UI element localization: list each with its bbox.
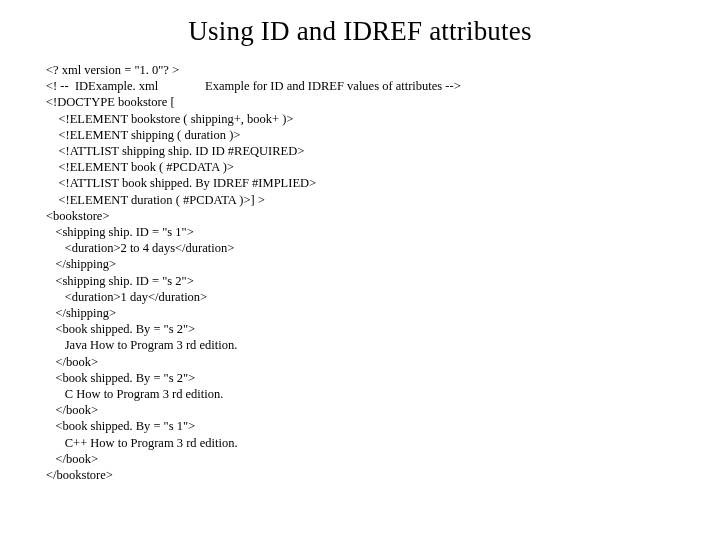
code-line: </bookstore> <box>46 467 461 483</box>
code-line: </book> <box>46 354 461 370</box>
code-line: <book shipped. By = "s 1"> <box>46 418 461 434</box>
code-line: <book shipped. By = "s 2"> <box>46 321 461 337</box>
code-line: </shipping> <box>46 305 461 321</box>
code-line: </book> <box>46 402 461 418</box>
code-line: <shipping ship. ID = "s 2"> <box>46 273 461 289</box>
code-line: <book shipped. By = "s 2"> <box>46 370 461 386</box>
slide-title: Using ID and IDREF attributes <box>0 16 720 47</box>
code-line: <!ATTLIST book shipped. By IDREF #IMPLIE… <box>46 175 461 191</box>
slide: Using ID and IDREF attributes <? xml ver… <box>0 0 720 540</box>
code-line: C++ How to Program 3 rd edition. <box>46 435 461 451</box>
code-line: <!ELEMENT book ( #PCDATA )> <box>46 159 461 175</box>
code-line: <duration>2 to 4 days</duration> <box>46 240 461 256</box>
code-line: C How to Program 3 rd edition. <box>46 386 461 402</box>
code-line: <!DOCTYPE bookstore [ <box>46 94 461 110</box>
code-line: </shipping> <box>46 256 461 272</box>
code-block: <? xml version = "1. 0"? ><! -- IDExampl… <box>46 62 461 483</box>
code-line: <!ELEMENT duration ( #PCDATA )>] > <box>46 192 461 208</box>
code-line: <!ELEMENT shipping ( duration )> <box>46 127 461 143</box>
code-line: <duration>1 day</duration> <box>46 289 461 305</box>
code-line: <!ATTLIST shipping ship. ID ID #REQUIRED… <box>46 143 461 159</box>
code-line: Java How to Program 3 rd edition. <box>46 337 461 353</box>
code-line: <shipping ship. ID = "s 1"> <box>46 224 461 240</box>
code-line: <? xml version = "1. 0"? > <box>46 62 461 78</box>
code-line: <! -- IDExample. xml Example for ID and … <box>46 78 461 94</box>
code-line: <!ELEMENT bookstore ( shipping+, book+ )… <box>46 111 461 127</box>
code-line: <bookstore> <box>46 208 461 224</box>
code-line: </book> <box>46 451 461 467</box>
